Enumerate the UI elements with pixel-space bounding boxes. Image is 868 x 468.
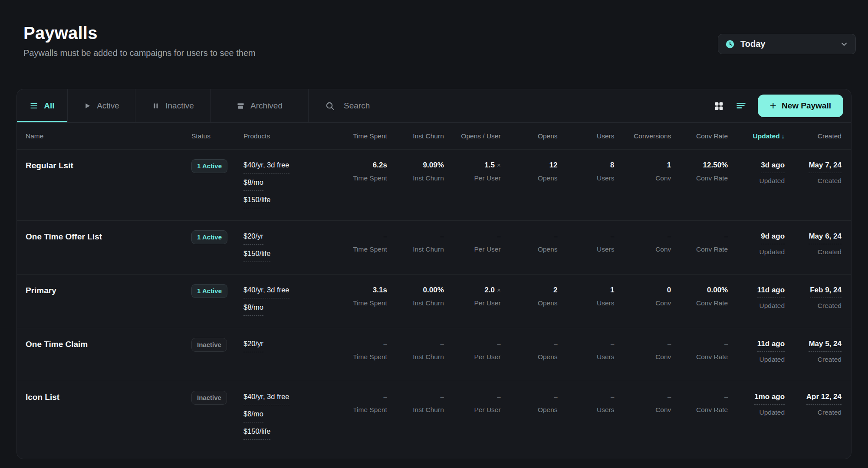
- tab-archived[interactable]: Archived: [211, 89, 309, 122]
- paywalls-panel: All Active Inactive Archived: [16, 89, 852, 459]
- list-view-button[interactable]: [736, 101, 746, 111]
- row-name: One Time Claim: [26, 339, 191, 350]
- tab-label: Active: [97, 101, 119, 111]
- sort-down-icon: ↓: [782, 132, 785, 140]
- table-row[interactable]: Primary 1 Active $40/yr, 3d free $8/mo 3…: [17, 275, 851, 328]
- table-row[interactable]: Icon List Inactive $40/yr, 3d free $8/mo…: [17, 381, 851, 452]
- row-name: Regular Lsit: [26, 160, 191, 171]
- view-toggles: [713, 89, 758, 122]
- metric-created: May 5, 24Created: [785, 339, 842, 364]
- metric-conv: –Conv: [614, 339, 671, 362]
- product-item[interactable]: $40/yr, 3d free: [243, 285, 289, 298]
- grid-view-button[interactable]: [713, 101, 724, 111]
- page-subtitle: Paywalls must be added to campaigns for …: [23, 48, 256, 58]
- updated-value[interactable]: 11d ago: [757, 339, 785, 352]
- header-name[interactable]: Name: [26, 132, 191, 140]
- metric-per-user: 1.5×Per User: [444, 160, 501, 183]
- product-item[interactable]: $150/life: [243, 195, 270, 208]
- metric-inst-churn: –Inst Churn: [387, 392, 444, 415]
- metric-created: May 7, 24Created: [785, 160, 842, 186]
- date-filter-dropdown[interactable]: Today: [718, 34, 856, 54]
- table-row[interactable]: One Time Offer List 1 Active $20/yr $150…: [17, 221, 851, 275]
- product-item[interactable]: $20/yr: [243, 339, 263, 352]
- row-name: One Time Offer List: [26, 231, 191, 242]
- created-value[interactable]: May 5, 24: [809, 339, 842, 352]
- new-paywall-button[interactable]: + New Paywall: [758, 95, 843, 117]
- product-item[interactable]: $8/mo: [243, 409, 263, 422]
- play-icon: [83, 102, 91, 110]
- status-badge: 1 Active: [191, 230, 227, 244]
- updated-value[interactable]: 3d ago: [761, 160, 785, 173]
- tab-all[interactable]: All: [17, 89, 68, 122]
- grid-icon: [713, 101, 724, 111]
- header-opens-user[interactable]: Opens / User: [444, 132, 501, 140]
- updated-value[interactable]: 1mo ago: [754, 392, 785, 405]
- metric-time-spent: 6.2sTime Spent: [330, 160, 387, 183]
- header-created[interactable]: Created: [785, 132, 842, 140]
- metric-inst-churn: –Inst Churn: [387, 339, 444, 362]
- metric-updated: 11d agoUpdated: [728, 339, 785, 364]
- page-title: Paywalls: [23, 23, 256, 43]
- product-item[interactable]: $8/mo: [243, 177, 263, 191]
- metric-conv-rate: –Conv Rate: [671, 392, 728, 415]
- created-value[interactable]: Apr 12, 24: [806, 392, 842, 405]
- metric-created: Apr 12, 24Created: [785, 392, 842, 417]
- header-products[interactable]: Products: [243, 132, 330, 140]
- products-list: $20/yr: [243, 339, 330, 352]
- metric-per-user: 2.0×Per User: [444, 285, 501, 308]
- header-opens[interactable]: Opens: [501, 132, 558, 140]
- created-value[interactable]: Feb 9, 24: [810, 285, 842, 298]
- header-updated[interactable]: Updated↓: [728, 132, 785, 140]
- tab-label: All: [44, 101, 54, 111]
- header-inst-churn[interactable]: Inst Churn: [387, 132, 444, 140]
- status-badge: 1 Active: [191, 284, 227, 298]
- metric-inst-churn: –Inst Churn: [387, 231, 444, 254]
- metric-opens: –Opens: [501, 392, 558, 415]
- metric-users: 1Users: [558, 285, 615, 308]
- chevron-down-icon: [840, 40, 848, 49]
- search-area: [309, 89, 713, 122]
- created-value[interactable]: May 7, 24: [809, 160, 842, 173]
- product-item[interactable]: $40/yr, 3d free: [243, 160, 289, 173]
- tab-label: Inactive: [165, 101, 194, 111]
- product-item[interactable]: $8/mo: [243, 302, 263, 316]
- metric-conv: 0Conv: [614, 285, 671, 308]
- metric-updated: 3d agoUpdated: [728, 160, 785, 186]
- row-name: Primary: [26, 285, 191, 296]
- product-item[interactable]: $150/life: [243, 426, 270, 440]
- metric-per-user: –Per User: [444, 339, 501, 362]
- tab-inactive[interactable]: Inactive: [135, 89, 211, 122]
- tab-active[interactable]: Active: [68, 89, 135, 122]
- search-icon: [325, 101, 335, 111]
- updated-value[interactable]: 9d ago: [761, 231, 785, 244]
- updated-value[interactable]: 11d ago: [757, 285, 785, 298]
- table-row[interactable]: One Time Claim Inactive $20/yr –Time Spe…: [17, 328, 851, 381]
- metric-opens: 2Opens: [501, 285, 558, 308]
- metric-opens: –Opens: [501, 339, 558, 362]
- tab-label: Archived: [250, 101, 283, 111]
- metric-conv-rate: –Conv Rate: [671, 231, 728, 254]
- metric-opens: –Opens: [501, 231, 558, 254]
- metric-users: –Users: [558, 392, 615, 415]
- header-conversions[interactable]: Conversions: [614, 132, 671, 140]
- products-list: $20/yr $150/life: [243, 231, 330, 262]
- metric-created: May 6, 24Created: [785, 231, 842, 257]
- table-row[interactable]: Regular Lsit 1 Active $40/yr, 3d free $8…: [17, 150, 851, 221]
- header-time-spent[interactable]: Time Spent: [330, 132, 387, 140]
- metric-time-spent: –Time Spent: [330, 339, 387, 362]
- created-value[interactable]: May 6, 24: [809, 231, 842, 244]
- product-item[interactable]: $150/life: [243, 249, 270, 262]
- search-input[interactable]: [344, 101, 604, 111]
- metric-time-spent: 3.1sTime Spent: [330, 285, 387, 308]
- status-badge: 1 Active: [191, 159, 227, 173]
- product-item[interactable]: $20/yr: [243, 231, 263, 245]
- metric-created: Feb 9, 24Created: [785, 285, 842, 311]
- metric-opens: 12Opens: [501, 160, 558, 183]
- header-users[interactable]: Users: [558, 132, 615, 140]
- metric-users: –Users: [558, 339, 615, 362]
- header-status[interactable]: Status: [191, 132, 243, 140]
- header-conv-rate[interactable]: Conv Rate: [671, 132, 728, 140]
- new-paywall-label: New Paywall: [782, 101, 831, 111]
- product-item[interactable]: $40/yr, 3d free: [243, 392, 289, 405]
- metric-inst-churn: 0.00%Inst Churn: [387, 285, 444, 308]
